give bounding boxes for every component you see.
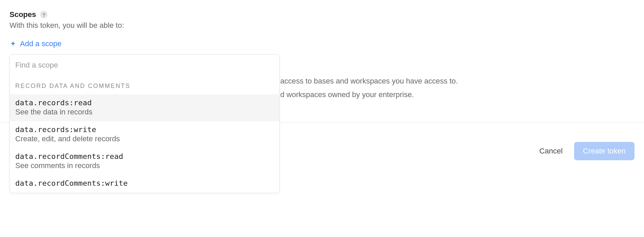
scope-item[interactable]: data.records:readSee the data in records — [10, 94, 279, 121]
scope-dropdown: RECORD DATA AND COMMENTS data.records:re… — [10, 54, 280, 193]
scope-item-desc: See comments in records — [15, 161, 274, 170]
add-scope-label: Add a scope — [20, 39, 61, 48]
scope-item-desc: See the data in records — [15, 108, 274, 116]
footer-actions: Cancel Create token — [539, 142, 634, 160]
scope-item[interactable]: data.recordComments:write — [10, 175, 279, 193]
scope-item-name: data.records:write — [15, 125, 274, 134]
scope-item-desc: Create, edit, and delete records — [15, 134, 274, 143]
scope-search-input[interactable] — [10, 55, 279, 74]
background-text-line2: d workspaces owned by your enterprise. — [280, 90, 414, 99]
scopes-subtitle: With this token, you will be able to: — [10, 21, 634, 30]
scopes-title: Scopes — [10, 10, 36, 19]
help-icon[interactable]: ? — [40, 11, 48, 18]
background-text-line1: access to bases and workspaces you have … — [280, 77, 458, 86]
scope-item[interactable]: data.records:writeCreate, edit, and dele… — [10, 121, 279, 148]
plus-icon: + — [11, 39, 15, 48]
scope-item-name: data.recordComments:write — [15, 179, 274, 187]
scope-item-name: data.recordComments:read — [15, 152, 274, 161]
add-scope-button[interactable]: + Add a scope — [10, 39, 61, 48]
create-token-button[interactable]: Create token — [574, 142, 634, 160]
scope-group-header: RECORD DATA AND COMMENTS — [10, 74, 279, 94]
cancel-button[interactable]: Cancel — [539, 147, 563, 156]
scope-item-name: data.records:read — [15, 98, 274, 107]
scope-item[interactable]: data.recordComments:readSee comments in … — [10, 148, 279, 175]
